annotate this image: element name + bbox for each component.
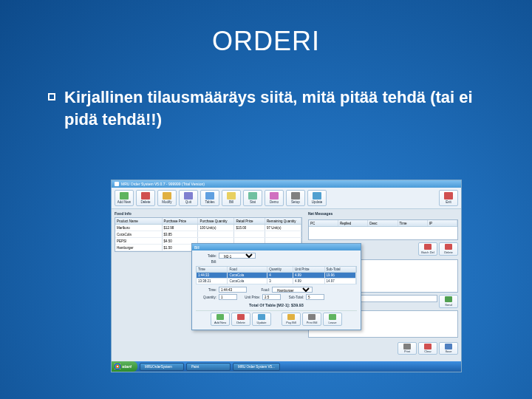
start-button[interactable]: start <box>112 361 137 372</box>
food-table-header: Product Name Purchase Price Purchase Qua… <box>115 218 301 225</box>
delete-icon <box>445 244 452 250</box>
save-icon <box>445 344 452 349</box>
clear-icon <box>424 344 432 349</box>
net-messages-table[interactable]: PC Replied Desc Time IP <box>308 219 458 240</box>
delete-button[interactable]: Delete <box>136 190 155 206</box>
bullet-marker-icon <box>48 93 55 100</box>
demo-button[interactable]: Demo <box>265 190 284 206</box>
table-select[interactable]: M2-1 <box>219 253 256 259</box>
taskbar-item[interactable]: MRUOrderSystem <box>140 363 184 371</box>
bill-time-label: Time: <box>196 288 216 292</box>
batch-del-button[interactable]: Batch Del <box>418 242 437 256</box>
stat-icon <box>248 192 257 200</box>
bullet-list: Kirjallinen tilausmääräys siitä, mitä pi… <box>48 86 495 130</box>
bullet-text: Kirjallinen tilausmääräys siitä, mitä pi… <box>64 86 495 130</box>
bill-dialog[interactable]: Bill Table: M2-1 Bill: Time Food Quantit… <box>191 243 361 330</box>
taskbar[interactable]: start MRUOrderSystemPaintMRU Order Syste… <box>112 361 461 372</box>
table-label: Table: <box>196 254 216 258</box>
bill-food-label: Food: <box>249 288 270 292</box>
delete-icon <box>237 314 245 320</box>
quit-button[interactable]: Quit <box>179 190 198 206</box>
bill-unitprice-input[interactable] <box>262 294 281 300</box>
add-new-button[interactable]: Add New <box>115 190 134 206</box>
quit-icon <box>184 192 193 200</box>
main-toolbar: Add New Delete Modify Quit Tables Bill S… <box>112 188 461 209</box>
update-icon <box>313 192 321 200</box>
exit-button[interactable]: Exit <box>439 190 458 206</box>
bill-subtotal-input[interactable] <box>306 294 324 300</box>
table-row[interactable]: Marlboro$12.98100 Unit(s)$15.0097 Unit(s… <box>115 225 301 231</box>
bill-addnew-button[interactable]: Add New <box>211 313 230 326</box>
bill-update-button[interactable]: Update <box>252 313 271 326</box>
bullet-item: Kirjallinen tilausmääräys siitä, mitä pi… <box>48 86 495 130</box>
bill-total: Total Of Table [M2-1]: $39.93 <box>196 303 357 307</box>
print-bill-button[interactable]: Print Bill <box>302 313 321 326</box>
delete-icon <box>141 192 150 200</box>
print-button[interactable]: Print <box>398 342 417 355</box>
net-messages-label: Net Messages <box>308 211 458 216</box>
bill-dialog-title[interactable]: Bill <box>192 244 361 250</box>
demo-icon <box>270 192 279 200</box>
slide-title: ORDERI <box>0 0 532 57</box>
save-button[interactable]: Save <box>439 342 458 355</box>
bill-qty-label: Quantity: <box>196 296 216 299</box>
modify-button[interactable]: Modify <box>157 190 177 206</box>
edit-icon <box>163 192 171 200</box>
net-table-header: PC Replied Desc Time IP <box>309 220 457 227</box>
plus-icon <box>216 314 224 320</box>
update-button[interactable]: Update <box>307 190 327 206</box>
net-delete-button[interactable]: Delete <box>439 242 458 256</box>
table-row[interactable]: CocaCola$3.85 <box>115 231 301 238</box>
window-title: MRU Order System V5.0.7 - 999999 (Trial … <box>121 182 205 186</box>
exit-icon <box>444 192 453 200</box>
leave-icon <box>329 314 336 320</box>
pay-icon <box>287 314 295 320</box>
send-button[interactable]: Send <box>439 295 458 308</box>
bill-food-select[interactable]: Hamburger <box>272 287 313 293</box>
send-icon <box>445 296 452 302</box>
table-row[interactable]: 13:38:21CocaCola34.9914.97 <box>196 279 357 284</box>
bill-delete-button[interactable]: Delete <box>231 313 250 326</box>
app-window: MRU Order System V5.0.7 - 999999 (Trial … <box>111 180 462 372</box>
print-icon <box>403 344 411 349</box>
clear-button[interactable]: Clear <box>418 342 437 355</box>
bill-button[interactable]: Bill <box>222 190 241 206</box>
bill-subtotal-label: Sub-Total: <box>283 296 304 299</box>
food-info-label: Food Info <box>115 211 302 216</box>
bill-qty-input[interactable] <box>219 294 237 300</box>
bill-items-table[interactable]: Time Food Quantity Unit Price Sub-Total … <box>196 266 357 284</box>
leave-button[interactable]: Leave <box>323 313 342 326</box>
update-icon <box>258 314 265 320</box>
table-row[interactable]: 1:44:33CocaCola44.9919.96 <box>196 273 357 279</box>
setup-button[interactable]: Setup <box>286 190 305 206</box>
gear-icon <box>291 192 300 200</box>
batch-delete-icon <box>424 244 432 250</box>
pay-bill-button[interactable]: Pay Bill <box>282 313 301 326</box>
app-icon <box>115 182 119 186</box>
plus-icon <box>120 192 129 200</box>
tables-icon <box>205 192 214 200</box>
bill-table-header: Time Food Quantity Unit Price Sub-Total <box>196 266 357 273</box>
bill-unitprice-label: Unit Price: <box>239 296 260 299</box>
print-icon <box>308 314 316 320</box>
bill-icon <box>227 192 236 200</box>
tables-button[interactable]: Tables <box>200 190 219 206</box>
bill-label: Bill: <box>196 260 216 264</box>
bill-time-input[interactable] <box>219 287 247 293</box>
stat-button[interactable]: Stat <box>243 190 262 206</box>
taskbar-item[interactable]: Paint <box>186 363 231 371</box>
taskbar-item[interactable]: MRU Order System V5... <box>233 363 280 371</box>
window-titlebar[interactable]: MRU Order System V5.0.7 - 999999 (Trial … <box>112 180 461 188</box>
